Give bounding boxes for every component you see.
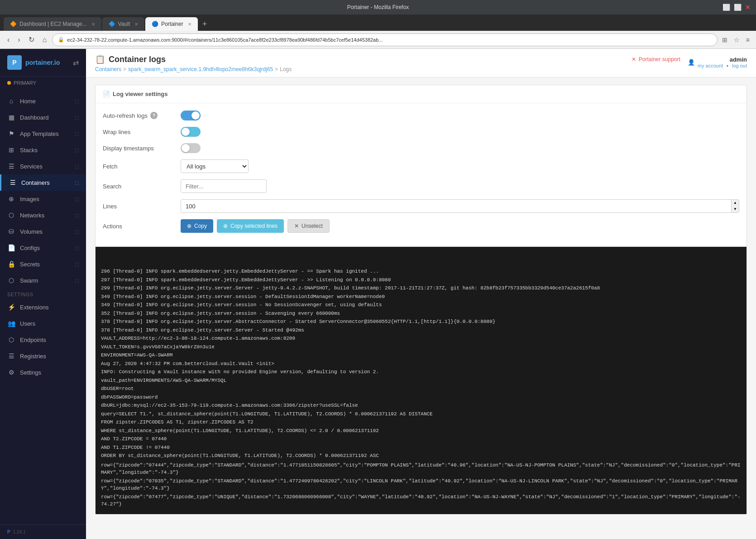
tab-portainer-close[interactable]: ✕ bbox=[188, 22, 191, 27]
log-output[interactable]: 296 [Thread-0] INFO spark.embeddedserver… bbox=[96, 246, 746, 514]
containers-icon: ☰ bbox=[9, 179, 17, 186]
log-line[interactable]: row={"zipcode":"07035","zipcode_type":"S… bbox=[101, 477, 741, 493]
secure-icon: 🔒 bbox=[58, 37, 64, 43]
sidebar-item-stacks[interactable]: ⊞ Stacks ⬚ bbox=[0, 142, 86, 158]
sidebar-item-endpoints[interactable]: ⬡ Endpoints bbox=[0, 332, 86, 348]
secrets-ext-icon: ⬚ bbox=[75, 262, 79, 267]
log-line[interactable]: VAULT_TOKEN=s.gvvVG07aCxjaYW8krZ0n3u1e bbox=[101, 343, 741, 351]
sidebar-version: P 1.24.1 bbox=[0, 525, 86, 539]
log-line[interactable]: dbURL=jdbc:mysql://ec2-35-153-79-119.com… bbox=[101, 401, 741, 410]
auto-refresh-toggle[interactable] bbox=[181, 111, 201, 120]
copy-selected-button[interactable]: ⊕ Copy selected lines bbox=[217, 219, 284, 233]
sidebar-item-home-label: Home bbox=[20, 98, 36, 105]
browser-tabbar: 🔶 Dashboard | EC2 Manage... ✕ 🔷 Vault ✕ … bbox=[0, 14, 756, 31]
log-line[interactable]: 349 [Thread-0] INFO org.eclipse.jetty.se… bbox=[101, 293, 741, 301]
version-logo: P bbox=[7, 529, 10, 534]
menu-icon[interactable]: ≡ bbox=[744, 34, 751, 45]
sidebar-item-settings[interactable]: ⚙ Settings bbox=[0, 364, 86, 380]
log-line[interactable]: 378 [Thread-0] INFO org.eclipse.jetty.se… bbox=[101, 318, 741, 326]
copy-button[interactable]: ⊕ Copy bbox=[181, 219, 213, 233]
log-line[interactable]: row={"zipcode":"07477","zipcode_type":"U… bbox=[101, 493, 741, 509]
sidebar-item-networks[interactable]: ⬡ Networks ⬚ bbox=[0, 207, 86, 223]
extensions-icon[interactable]: ⊞ bbox=[720, 34, 729, 45]
auto-refresh-help-icon[interactable]: ? bbox=[150, 112, 158, 119]
log-line[interactable]: 299 [Thread-0] INFO org.eclipse.jetty.se… bbox=[101, 284, 741, 293]
sidebar-item-app-templates[interactable]: ⚑ App Templates ⬚ bbox=[0, 125, 86, 142]
log-line[interactable]: query=SELECT T1.*, st_distance_sphere(po… bbox=[101, 410, 741, 419]
new-tab-button[interactable]: + bbox=[199, 17, 211, 31]
wrap-lines-toggle[interactable] bbox=[181, 127, 201, 137]
page-title: 📋 Container logs bbox=[95, 54, 292, 64]
sidebar-item-secrets[interactable]: 🔒 Secrets ⬚ bbox=[0, 256, 86, 272]
log-line[interactable]: INFO: Constructing a Vault instance with… bbox=[101, 368, 741, 376]
wrap-lines-knob bbox=[182, 128, 190, 136]
sidebar-item-services-label: Services bbox=[20, 163, 43, 170]
users-icon: 👥 bbox=[7, 320, 15, 327]
fetch-select[interactable]: All logsLast 100 linesLast 500 linesLast… bbox=[181, 159, 249, 173]
lines-input[interactable] bbox=[181, 199, 732, 213]
tab-portainer[interactable]: 🔵 Portainer ✕ bbox=[145, 17, 198, 31]
tab-ec2-close[interactable]: ✕ bbox=[91, 22, 95, 27]
sidebar-item-swarm[interactable]: ⬡ Swarm ⬚ bbox=[0, 272, 86, 289]
search-input[interactable] bbox=[181, 179, 267, 193]
my-account-link[interactable]: my account bbox=[698, 63, 723, 68]
portainer-support-button[interactable]: ✕ Portainer support bbox=[632, 56, 680, 63]
log-line[interactable]: dbPASSWORD=password bbox=[101, 393, 741, 402]
address-bar[interactable]: 🔒 ec2-34-232-78-22.compute-1.amazonaws.c… bbox=[52, 34, 718, 46]
secrets-icon: 🔒 bbox=[7, 260, 15, 268]
tab-vault-close[interactable]: ✕ bbox=[134, 22, 138, 27]
breadcrumb-service[interactable]: spark_swarm_spark_service.1.9hdh4lopo2me… bbox=[128, 66, 273, 72]
log-line[interactable]: 352 [Thread-0] INFO org.eclipse.jetty.se… bbox=[101, 309, 741, 318]
display-timestamps-toggle[interactable] bbox=[181, 143, 201, 153]
reload-button[interactable]: ↻ bbox=[26, 34, 37, 46]
sidebar-item-containers[interactable]: ☰ Containers ⬚ bbox=[0, 174, 86, 191]
home-button[interactable]: ⌂ bbox=[40, 34, 50, 46]
breadcrumb-logs: Logs bbox=[280, 66, 292, 72]
log-line[interactable]: AND T1.ZIPCODE != 07440 bbox=[101, 443, 741, 452]
sidebar-nav: ⌂ Home ⬚ ▦ Dashboard ⬚ ⚑ App Templates ⬚… bbox=[0, 89, 86, 525]
breadcrumb-containers[interactable]: Containers bbox=[95, 66, 121, 72]
log-out-link[interactable]: log out bbox=[732, 63, 747, 68]
lines-decrement-button[interactable]: ▼ bbox=[732, 206, 739, 212]
log-line[interactable]: dbUSER=root bbox=[101, 385, 741, 393]
log-line[interactable]: ENVIRONMENT=AWS-QA-SWARM bbox=[101, 351, 741, 360]
sidebar-item-images[interactable]: ⊕ Images ⬚ bbox=[0, 191, 86, 207]
sidebar-item-configs[interactable]: 📄 Configs ⬚ bbox=[0, 240, 86, 256]
log-line[interactable]: Aug 27, 2020 4:47:32 PM com.bettercloud.… bbox=[101, 360, 741, 368]
log-line[interactable]: row={"zipcode":"07444","zipcode_type":"S… bbox=[101, 461, 741, 477]
log-line[interactable]: ORDER BY st_distance_sphere(point(T1.LON… bbox=[101, 452, 741, 460]
bookmark-icon[interactable]: ☆ bbox=[732, 34, 742, 45]
log-line[interactable]: VAULT_ADDRESS=http://ec2-3-80-18-124.com… bbox=[101, 334, 741, 343]
log-line[interactable]: AND T2.ZIPCODE = 07440 bbox=[101, 435, 741, 443]
sidebar-item-home[interactable]: ⌂ Home ⬚ bbox=[0, 93, 86, 109]
log-line[interactable]: 296 [Thread-0] INFO spark.embeddedserver… bbox=[101, 267, 741, 276]
tab-vault[interactable]: 🔷 Vault ✕ bbox=[102, 17, 144, 31]
log-line[interactable]: WHERE st_distance_sphere(point(T1.LONGIT… bbox=[101, 427, 741, 435]
sidebar-item-registries[interactable]: ☰ Registries bbox=[0, 348, 86, 364]
swarm-icon: ⬡ bbox=[7, 277, 15, 284]
copy-icon: ⊕ bbox=[187, 223, 191, 229]
log-line[interactable]: 297 [Thread-0] INFO spark.embeddedserver… bbox=[101, 276, 741, 284]
sidebar-item-volumes[interactable]: ⛁ Volumes ⬚ bbox=[0, 223, 86, 240]
log-line[interactable]: 349 [Thread-0] INFO org.eclipse.jetty.se… bbox=[101, 301, 741, 309]
log-line[interactable]: vault_path=ENVIRONMENTS/AWS-QA-SWARM/MYS… bbox=[101, 376, 741, 385]
lines-increment-button[interactable]: ▲ bbox=[732, 200, 739, 206]
fetch-input-area: All logsLast 100 linesLast 500 linesLast… bbox=[181, 159, 739, 173]
env-label: PRIMARY bbox=[14, 80, 36, 86]
forward-button[interactable]: › bbox=[15, 34, 23, 46]
sidebar-item-dashboard[interactable]: ▦ Dashboard ⬚ bbox=[0, 109, 86, 125]
sidebar-item-services[interactable]: ☰ Services ⬚ bbox=[0, 158, 86, 174]
configs-icon: 📄 bbox=[7, 244, 15, 251]
tab-vault-favicon: 🔷 bbox=[109, 21, 115, 27]
tab-ec2[interactable]: 🔶 Dashboard | EC2 Manage... ✕ bbox=[4, 17, 101, 31]
log-line[interactable]: 378 [Thread-0] INFO org.eclipse.jetty.se… bbox=[101, 326, 741, 335]
sidebar-item-settings-label: Settings bbox=[20, 369, 41, 376]
sidebar-item-extensions[interactable]: ⚡ Extensions bbox=[0, 299, 86, 315]
back-button[interactable]: ‹ bbox=[5, 34, 12, 46]
log-line[interactable]: FROM zipster.ZIPCODES AS T1, zipster.ZIP… bbox=[101, 418, 741, 427]
sidebar-toggle[interactable]: ⇄ bbox=[73, 58, 79, 67]
user-links: my account • log out bbox=[698, 63, 747, 68]
sidebar-item-users[interactable]: 👥 Users bbox=[0, 315, 86, 332]
version-text: 1.24.1 bbox=[13, 529, 26, 534]
unselect-button[interactable]: ✕ Unselect bbox=[287, 219, 330, 233]
